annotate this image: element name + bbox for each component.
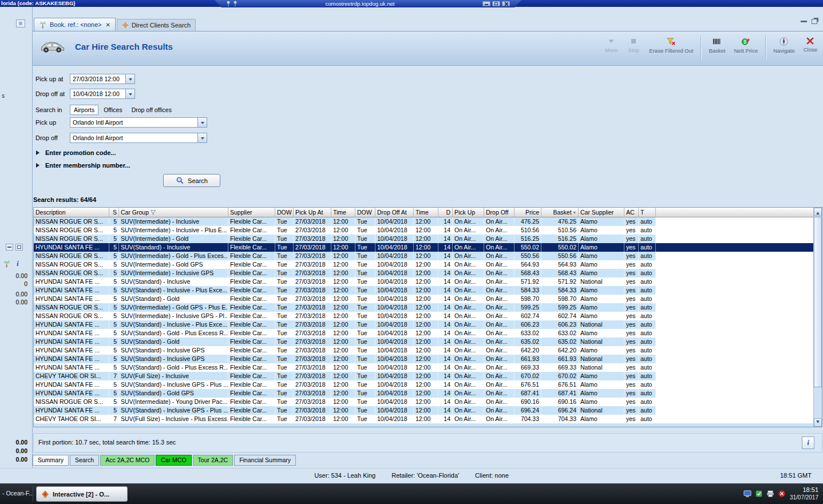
vertical-scrollbar[interactable] (813, 208, 822, 427)
table-row[interactable]: NISSAN ROGUE OR S...5SUV(Intermediate) -… (34, 303, 813, 312)
table-row[interactable]: HYUNDAI SANTA FE ...5SUV(Standard) - Inc… (34, 406, 813, 415)
tab-close-icon[interactable]: ✕ (106, 22, 110, 28)
table-row[interactable]: HYUNDAI SANTA FE ...5SUV(Standard) - Inc… (34, 380, 813, 389)
tab-book-ref-none[interactable]: Book. ref.: <none>✕ (34, 18, 116, 31)
rdp-minimize-button[interactable] (482, 1, 490, 6)
info-button[interactable]: i (802, 436, 814, 449)
column-header-dropoff-location[interactable]: Drop Off (484, 208, 515, 217)
table-row[interactable]: CHEVY TAHOE OR SI...7SUV(Full Size) - In… (34, 415, 813, 423)
rdp-close-button[interactable] (502, 1, 510, 6)
rdp-connection-bar[interactable]: comostreetrdp.topdog.uk.net (215, 0, 521, 7)
navigate-button[interactable]: Navigate (770, 34, 798, 56)
cell-basket: 568.43 (541, 269, 579, 277)
table-row[interactable]: NISSAN ROGUE OR S...5SUV(Intermediate) -… (34, 235, 813, 243)
cell-price: 676.51 (515, 380, 541, 389)
search-timing-panel: First portion: 10.7 sec, total search ti… (33, 433, 822, 453)
bottom-tab-financial-summary[interactable]: Financial Summary (234, 455, 296, 466)
table-row[interactable]: NISSAN ROGUE OR S...5SUV(Intermediate) -… (34, 252, 813, 260)
promotion-code-expander[interactable]: Enter promotion code... (36, 149, 116, 156)
cell-price: 568.43 (515, 269, 541, 277)
bottom-tab-car-mco[interactable]: Car MCO (156, 455, 191, 466)
cell-dropoff-time: 12:00 (414, 338, 438, 346)
table-row[interactable]: NISSAN ROGUE OR S...5SUV(Intermediate) -… (34, 269, 813, 277)
scroll-down-button[interactable] (814, 418, 822, 427)
cell-pickup-time: 12:00 (331, 415, 355, 423)
bottom-tab-search[interactable]: Search (70, 455, 99, 466)
table-row[interactable]: NISSAN ROGUE OR S...5SUV(Intermediate) -… (34, 217, 813, 226)
bottom-tab-summary[interactable]: Summary (33, 455, 69, 466)
column-header-dow-pickup[interactable]: DOW (275, 208, 294, 217)
chevron-down-icon[interactable] (125, 74, 134, 84)
scroll-up-button[interactable] (814, 208, 822, 216)
chevron-down-icon[interactable] (197, 118, 207, 127)
column-header-dow-dropoff[interactable]: DOW (355, 208, 375, 217)
search-in-offices[interactable]: Offices (100, 105, 126, 115)
column-header-basket[interactable]: Basket▼ (541, 208, 579, 217)
column-header-transmission[interactable]: T (639, 208, 656, 217)
table-row[interactable]: HYUNDAI SANTA FE ...5SUV(Standard) - Gol… (34, 338, 813, 346)
dropoff-location-select[interactable]: Orlando Intl Airport (70, 133, 207, 143)
table-row[interactable]: NISSAN ROGUE OR S...5SUV(Intermediate) -… (34, 260, 813, 269)
table-row[interactable]: HYUNDAI SANTA FE ...5SUV(Standard) - Gol… (34, 363, 813, 372)
panel-restore-button[interactable] (15, 244, 23, 251)
column-header-pickup-location[interactable]: Pick Up (453, 208, 484, 217)
column-header-car-supplier[interactable]: Car Supplier (579, 208, 624, 217)
search-in-drop-off-offices[interactable]: Drop off offices (128, 105, 176, 115)
pickup-datetime-field[interactable]: 27/03/2018 12:00 (70, 74, 135, 84)
cell-dropoff-date: 10/04/2018 (375, 380, 414, 389)
table-row[interactable]: NISSAN ROGUE OR S...5SUV(Intermediate) -… (34, 226, 813, 235)
table-row[interactable]: CHEVY TAHOE OR SI...7SUV(Full Size) - In… (34, 372, 813, 380)
chevron-down-icon[interactable] (197, 133, 207, 142)
search-button[interactable]: Search (163, 174, 220, 187)
column-header-price[interactable]: Price (515, 208, 541, 217)
dropoff-datetime-field[interactable]: 10/04/2018 12:00 (70, 89, 135, 99)
cell-pickup-time: 12:00 (331, 252, 355, 260)
table-row[interactable]: HYUNDAI SANTA FE ...5SUV(Standard) - Inc… (34, 320, 813, 329)
membership-number-expander[interactable]: Enter membership number... (36, 162, 130, 169)
panel-minimize-button[interactable] (6, 244, 13, 251)
basket-button[interactable]: Basket (705, 34, 729, 56)
table-row[interactable]: HYUNDAI SANTA FE ...5SUV(Standard) - Inc… (34, 243, 813, 252)
table-row[interactable]: HYUNDAI SANTA FE ...5SUV(Standard) - Inc… (34, 355, 813, 363)
table-row[interactable]: HYUNDAI SANTA FE ...5SUV(Standard) - Inc… (34, 286, 813, 295)
table-row[interactable]: NISSAN ROGUE OR S...5SUV(Intermediate) -… (34, 398, 813, 406)
bottom-tab-acc-2a-2c-mco[interactable]: Acc 2A,2C MCO (100, 455, 155, 466)
taskbar-clock[interactable]: 18:51 31/07/2017 (790, 486, 818, 501)
column-header-ac[interactable]: AC (624, 208, 639, 217)
table-row[interactable]: HYUNDAI SANTA FE ...5SUV(Standard) - Inc… (34, 277, 813, 286)
column-header-description[interactable]: Description (34, 208, 109, 217)
table-row[interactable]: HYUNDAI SANTA FE ...5SUV(Standard) - Gol… (34, 329, 813, 338)
column-header-dropoff-date[interactable]: Drop Off At (375, 208, 414, 217)
close-button[interactable]: Close (800, 34, 821, 55)
table-row[interactable]: HYUNDAI SANTA FE ...5SUV(Standard) - Gol… (34, 295, 813, 303)
column-header-supplier[interactable]: Supplier (228, 208, 275, 217)
tab-label: Book. ref.: <none> (50, 21, 102, 28)
column-header-seats[interactable]: S (109, 208, 119, 217)
column-header-car-group[interactable]: Car Group (119, 208, 228, 217)
pickup-location-select[interactable]: Orlando Intl Airport (70, 117, 207, 128)
info-icon[interactable]: i (17, 259, 19, 268)
column-header-days[interactable]: D (438, 208, 453, 217)
cell-ac: yes (624, 372, 639, 380)
pin-icon[interactable] (226, 1, 231, 7)
bottom-tab-tour-2a-2c[interactable]: Tour 2A,2C (193, 455, 234, 466)
minimize-icon[interactable] (801, 21, 807, 22)
table-row[interactable]: NISSAN ROGUE OR S...5SUV(Intermediate) -… (34, 312, 813, 320)
cell-price: 516.25 (515, 235, 541, 243)
side-panel-mini-window[interactable] (16, 19, 25, 27)
scrollbar-thumb[interactable] (814, 217, 822, 387)
taskbar-button-partial[interactable]: - Ocean-F... (2, 490, 34, 497)
rdp-restore-button[interactable] (492, 1, 500, 6)
restore-icon[interactable] (812, 19, 817, 24)
column-header-pickup-time[interactable]: Time (331, 208, 355, 217)
table-row[interactable]: HYUNDAI SANTA FE ...5SUV(Standard) - Inc… (34, 346, 813, 355)
table-row[interactable]: HYUNDAI SANTA FE ...5SUV(Standard) - Gol… (34, 389, 813, 398)
erase-filtered-out-button[interactable]: Erase Filtered Out (646, 34, 697, 56)
chevron-down-icon[interactable] (125, 89, 134, 98)
tab-direct-clients-search[interactable]: Direct Clients Search (117, 19, 196, 31)
taskbar-app-button[interactable]: Interactive [2] - O... (36, 486, 128, 502)
search-in-airports[interactable]: Airports (70, 105, 98, 115)
nett-price-button[interactable]: $Nett Price (730, 34, 761, 56)
column-header-dropoff-time[interactable]: Time (414, 208, 438, 217)
column-header-pickup-date[interactable]: Pick Up At (294, 208, 331, 217)
